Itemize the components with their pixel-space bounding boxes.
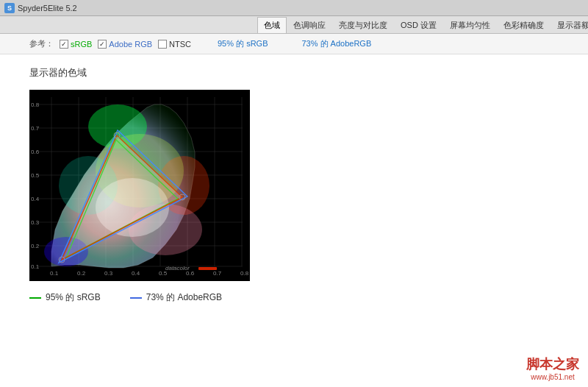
svg-text:0.5: 0.5 (31, 172, 40, 179)
adobe-checkbox[interactable] (98, 40, 107, 49)
svg-text:datacolor: datacolor (165, 265, 190, 271)
adobe-stat: 73% 的 AdobeRGB (130, 291, 222, 304)
tab-brightness[interactable]: 亮度与对比度 (332, 17, 394, 33)
svg-text:0.2: 0.2 (31, 243, 40, 249)
adobe-stat-label: 73% 的 AdobeRGB (146, 291, 222, 304)
watermark: 脚本之家 www.jb51.net (526, 355, 579, 381)
srgb-stat-line (29, 297, 41, 299)
svg-text:0.1: 0.1 (31, 263, 40, 270)
ref-srgb[interactable]: sRGB (60, 40, 92, 49)
svg-rect-49 (198, 267, 217, 270)
pct-adobe-label: 73% 的 AdobeRGB (301, 38, 371, 49)
title-bar: S Spyder5Elite 5.2 (0, 0, 588, 16)
main-content: 显示器的色域 (0, 54, 588, 387)
tab-gamut[interactable]: 色域 (257, 17, 287, 33)
svg-text:0.4: 0.4 (132, 270, 140, 277)
svg-text:0.8: 0.8 (240, 270, 249, 277)
tab-accuracy[interactable]: 色彩精确度 (497, 17, 551, 33)
svg-text:0.1: 0.1 (50, 270, 59, 277)
svg-text:0.3: 0.3 (104, 270, 113, 277)
watermark-line1: 脚本之家 (526, 355, 579, 373)
svg-text:0.6: 0.6 (31, 149, 40, 155)
ref-label: 参考： (29, 38, 54, 49)
srgb-stat-label: 95% 的 sRGB (46, 291, 101, 304)
tab-tone[interactable]: 色调响应 (287, 17, 332, 33)
ref-ntsc[interactable]: NTSC (158, 40, 191, 49)
gamut-chart: 0.1 0.2 0.3 0.4 0.5 0.6 0.7 0.8 0.8 0.7 … (29, 90, 250, 281)
adobe-stat-line (130, 297, 142, 299)
svg-text:0.8: 0.8 (31, 102, 40, 108)
svg-text:0.3: 0.3 (31, 219, 40, 226)
watermark-line2: www.jb51.net (531, 373, 574, 381)
tab-display-val[interactable]: 显示器额定值 (551, 17, 588, 33)
srgb-color-label: sRGB (71, 40, 92, 49)
ref-bar: 参考： sRGB Adobe RGB NTSC 95% 的 sRGB 73% 的… (0, 34, 588, 54)
svg-text:0.7: 0.7 (31, 125, 40, 132)
app-icon: S (4, 3, 15, 13)
srgb-checkbox[interactable] (60, 40, 68, 49)
tab-uniformity[interactable]: 屏幕均匀性 (443, 17, 497, 33)
section-title: 显示器的色域 (29, 66, 559, 79)
srgb-stat: 95% 的 sRGB (29, 291, 101, 304)
app-title: Spyder5Elite 5.2 (18, 4, 77, 13)
svg-text:0.2: 0.2 (77, 270, 86, 277)
ref-adobe[interactable]: Adobe RGB (98, 40, 152, 49)
stats-row: 95% 的 sRGB 73% 的 AdobeRGB (29, 291, 559, 304)
ntsc-checkbox[interactable] (158, 40, 167, 49)
tab-bar: 色域 色调响应 亮度与对比度 OSD 设置 屏幕均匀性 色彩精确度 显示器额定值 (0, 16, 588, 34)
svg-text:0.4: 0.4 (31, 196, 40, 202)
tab-osd[interactable]: OSD 设置 (394, 17, 443, 33)
adobe-color-label: Adobe RGB (109, 40, 152, 49)
ntsc-color-label: NTSC (169, 40, 191, 49)
svg-text:0.7: 0.7 (213, 270, 222, 277)
pct-srgb-label: 95% 的 sRGB (218, 38, 268, 49)
